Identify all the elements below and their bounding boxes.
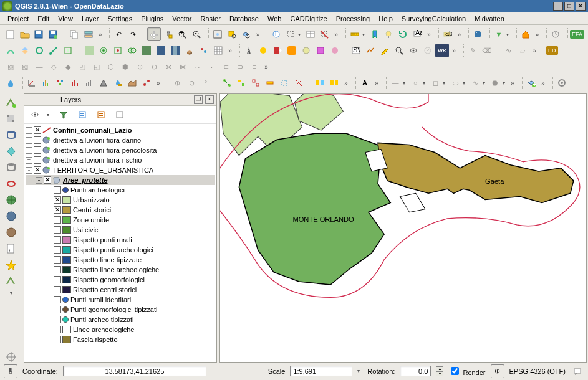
vector-grid-icon[interactable] (61, 44, 75, 57)
layer-row[interactable]: Rispetto linee archeologiche (26, 265, 215, 275)
layer-row[interactable]: +Confini_comunali_Lazio (26, 125, 215, 135)
overflow-icon[interactable]: » (253, 31, 262, 38)
visibility-checkbox[interactable] (54, 286, 61, 293)
histogram-icon[interactable] (82, 76, 96, 90)
zoom-in-icon[interactable]: + (176, 27, 190, 41)
snap-3-icon[interactable] (263, 76, 277, 90)
minimize-button[interactable]: _ (553, 2, 563, 11)
layer-manager-icon[interactable] (82, 27, 95, 41)
zoom-selection-icon[interactable] (225, 27, 239, 41)
menu-view[interactable]: View (54, 14, 77, 24)
expander-icon[interactable]: + (26, 137, 32, 144)
measure-icon[interactable] (348, 27, 362, 41)
layer-row[interactable]: Rispetto punti archeologici (26, 245, 215, 255)
menu-vector[interactable]: Vector (168, 14, 195, 24)
menu-raster[interactable]: Raster (196, 14, 224, 24)
menu-help[interactable]: Help (375, 14, 397, 24)
snap-4-icon[interactable] (277, 76, 291, 90)
layer-row[interactable]: -Aree_protette (26, 175, 215, 185)
3d-icon[interactable] (183, 44, 196, 57)
raster-1-icon[interactable] (140, 44, 153, 57)
tool-orange-icon[interactable] (285, 44, 299, 57)
geology-icon[interactable] (125, 76, 139, 90)
chart-bars-icon[interactable] (68, 76, 82, 90)
snap-1-icon[interactable] (234, 76, 248, 90)
overflow-icon[interactable]: » (425, 31, 433, 38)
layers-icon[interactable] (18, 44, 32, 57)
text-annotation-icon[interactable]: Aa (410, 27, 424, 41)
wk-icon[interactable]: WK (435, 44, 449, 57)
add-wms-icon[interactable] (4, 193, 18, 207)
visibility-checkbox[interactable] (54, 246, 61, 254)
layer-row[interactable]: Zone umide (26, 215, 215, 225)
bookmark-icon[interactable] (368, 27, 382, 41)
menu-project[interactable]: Project (4, 14, 32, 24)
chart-tool-3-icon[interactable] (54, 76, 67, 90)
centroid-icon[interactable] (111, 44, 125, 57)
layer-row[interactable]: +direttiva-alluvioni-fiora-danno (26, 135, 215, 145)
curve-icon[interactable] (4, 44, 17, 57)
visibility-checkbox[interactable] (54, 316, 61, 323)
overflow-icon[interactable]: » (450, 47, 458, 54)
merge-2-icon[interactable] (327, 76, 341, 90)
refresh-icon[interactable] (396, 27, 410, 41)
export-icon[interactable] (271, 44, 284, 57)
overflow-icon[interactable]: » (372, 80, 381, 87)
tool-pink-icon[interactable] (328, 44, 342, 57)
new-shape-icon[interactable] (4, 274, 18, 288)
visibility-checkbox[interactable] (54, 186, 61, 194)
visibility-checkbox[interactable] (34, 156, 41, 164)
expander-icon[interactable]: + (26, 127, 32, 134)
eye-icon[interactable] (407, 44, 420, 57)
overflow-icon[interactable]: » (539, 80, 547, 87)
visibility-checkbox[interactable] (54, 266, 61, 273)
qt-icon[interactable]: ▼ (492, 27, 506, 41)
overflow-icon[interactable]: » (96, 31, 105, 38)
coordinate-input[interactable] (63, 366, 206, 376)
overflow-icon[interactable]: » (533, 31, 541, 38)
merge-1-icon[interactable] (313, 76, 327, 90)
visibility-checkbox[interactable] (54, 306, 61, 313)
layer-row[interactable]: Punti archeo tipizzati (26, 315, 215, 325)
add-csv-icon[interactable]: , (4, 242, 18, 255)
new-project-icon[interactable] (4, 27, 17, 41)
road-icon[interactable] (242, 44, 256, 57)
chart-tool-1-icon[interactable] (25, 76, 39, 90)
zoom-full-icon[interactable] (211, 27, 224, 41)
layers-close-button[interactable]: × (205, 95, 214, 104)
layer-row[interactable]: Rispetto geomorfologici (26, 275, 215, 285)
layer-row[interactable]: Punti archeologici (26, 185, 215, 195)
rotation-input[interactable] (400, 366, 431, 376)
visibility-checkbox[interactable] (54, 226, 61, 234)
add-spatialite-icon[interactable] (4, 145, 18, 158)
visibility-checkbox[interactable] (34, 166, 41, 174)
visibility-checkbox[interactable] (34, 146, 41, 154)
pencil-icon[interactable] (378, 44, 392, 57)
edit-vector-icon[interactable] (47, 44, 60, 57)
pan-selection-icon[interactable] (161, 27, 175, 41)
clip-icon[interactable] (314, 44, 327, 57)
refresh-green-icon[interactable] (32, 44, 46, 57)
undo-icon[interactable]: ↶ (112, 27, 125, 41)
select-dropdown-icon[interactable] (284, 27, 297, 41)
layer-row[interactable]: +direttiva-alluvioni-fiora-pericolosita (26, 145, 215, 155)
menu-edit[interactable]: Edit (34, 14, 53, 24)
water-icon[interactable] (4, 76, 17, 90)
visibility-checkbox[interactable] (54, 296, 61, 303)
save-as-icon[interactable] (46, 27, 60, 41)
rotation-down[interactable]: ▼ (436, 371, 443, 376)
layers-undock-button[interactable]: ❐ (194, 95, 203, 104)
layer-row[interactable]: Punti geomorfologici tipizzati (26, 305, 215, 315)
visibility-checkbox[interactable] (34, 136, 41, 144)
deselect-icon[interactable] (317, 27, 331, 41)
layers-tree[interactable]: +Confini_comunali_Lazio+direttiva-alluvi… (24, 124, 216, 362)
visibility-checkbox[interactable] (54, 276, 61, 283)
layer-row[interactable]: Rispetto centri storici (26, 285, 215, 295)
label-icon[interactable]: abc (441, 27, 455, 41)
visibility-checkbox[interactable] (54, 196, 61, 204)
visibility-checkbox[interactable] (54, 336, 61, 343)
expander-icon[interactable]: - (36, 177, 42, 184)
water-analysis-icon[interactable] (111, 76, 125, 90)
overflow-icon[interactable]: » (508, 80, 517, 87)
crs-button[interactable]: ⊕ (491, 364, 504, 378)
